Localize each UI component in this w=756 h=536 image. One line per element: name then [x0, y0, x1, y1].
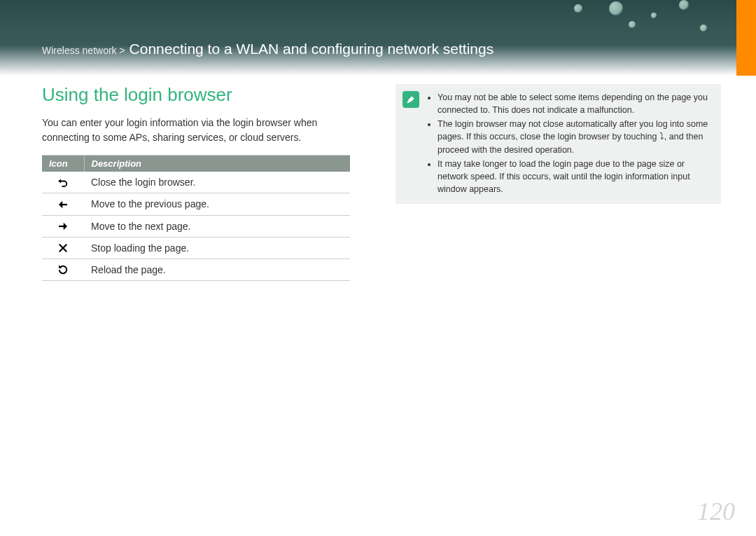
decorative-dot: [574, 4, 582, 13]
right-column: You may not be able to select some items…: [396, 84, 721, 281]
decorative-dot: [700, 25, 707, 32]
icon-description-table: Icon Description Close the login browser…: [42, 155, 350, 281]
note-item: It may take longer to load the login pag…: [438, 158, 711, 195]
decorative-dot: [629, 21, 636, 28]
close-x-icon: [42, 237, 84, 259]
table-row: Stop loading the page.: [42, 237, 350, 259]
page-title: Connecting to a WLAN and configuring net…: [130, 41, 494, 57]
content-area: Using the login browser You can enter yo…: [0, 76, 756, 281]
note-item: The login browser may not close automati…: [438, 118, 711, 156]
arrow-left-icon: [42, 193, 84, 215]
page-number: 120: [697, 497, 735, 526]
decorative-dot: [609, 1, 623, 15]
note-list: You may not be able to select some items…: [426, 91, 711, 197]
decorative-dot: [651, 13, 657, 18]
table-header-icon: Icon: [42, 156, 84, 172]
table-cell-description: Move to the next page.: [84, 215, 350, 237]
left-column: Using the login browser You can enter yo…: [42, 84, 368, 281]
table-row: Close the login browser.: [42, 172, 350, 193]
note-item: You may not be able to select some items…: [438, 91, 711, 116]
table-row: Move to the previous page.: [42, 193, 350, 215]
table-cell-description: Move to the previous page.: [84, 193, 350, 215]
back-return-icon: [42, 172, 84, 193]
section-heading: Using the login browser: [42, 84, 368, 106]
table-cell-description: Reload the page.: [84, 259, 350, 281]
table-cell-description: Stop loading the page.: [84, 237, 350, 259]
table-row: Move to the next page.: [42, 215, 350, 237]
decorative-dot: [679, 0, 689, 10]
breadcrumb: Wireless network > Connecting to a WLAN …: [42, 41, 756, 57]
page-header: Wireless network > Connecting to a WLAN …: [0, 0, 756, 76]
breadcrumb-prefix: Wireless network >: [42, 45, 125, 56]
chapter-tab: [736, 0, 756, 76]
section-intro: You can enter your login information via…: [42, 116, 336, 145]
arrow-right-icon: [42, 215, 84, 237]
table-header-description: Description: [84, 156, 350, 172]
note-pen-icon: [402, 91, 419, 197]
table-cell-description: Close the login browser.: [84, 172, 350, 193]
table-row: Reload the page.: [42, 259, 350, 281]
reload-icon: [42, 259, 84, 281]
note-box: You may not be able to select some items…: [396, 84, 721, 204]
